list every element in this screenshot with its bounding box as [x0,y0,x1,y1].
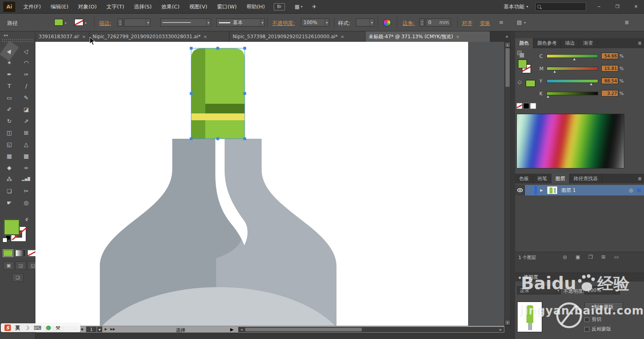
tool-pen[interactable]: ✒ [1,68,18,80]
artboard-caret-icon[interactable]: ▾ [97,327,102,332]
color-spectrum[interactable] [516,114,624,168]
corner-value-field[interactable]: 0 mm [426,18,451,27]
invert-mask-checkbox[interactable] [584,327,589,332]
stepper-down-icon[interactable]: ▾ [120,23,121,25]
document-tab-2[interactable]: Nipic_7262799_20190920103330028031.ai* × [89,31,229,42]
tool-rotate[interactable]: ↻ [1,115,18,127]
make-clipping-mask-icon[interactable]: ▣ [576,254,580,260]
fill-swatch-proxy[interactable] [4,220,19,235]
language-english-icon[interactable]: 英 [15,325,20,330]
vertical-scroll-thumb[interactable] [506,48,510,87]
tool-blend[interactable]: ∞ [18,162,35,173]
tab-layers[interactable]: 图层 [551,174,570,183]
black-slider[interactable]: ▲ [547,92,598,95]
next-artboard-icon[interactable]: ▶ [105,327,107,331]
disclosure-icon[interactable]: ▶ [540,188,543,192]
vertical-scrollbar[interactable]: ▲ ▼ [504,42,511,326]
stepper-down-icon[interactable]: ▾ [421,23,423,25]
layer-selected-row[interactable]: ▶ 图层 1 ◎ [525,185,644,195]
tool-column-graph[interactable]: ▂▅█ [18,173,35,185]
tool-shape-builder[interactable]: ◱ [1,138,18,150]
arrange-documents-icon[interactable]: ▦ ▾ [295,4,302,10]
slider-thumb-icon[interactable]: ▲ [553,70,555,73]
width-profile-dropdown[interactable]: ▾ [160,18,211,27]
opacity-panel-link[interactable]: 不透明度: [272,20,295,27]
slider-thumb-icon[interactable]: ▲ [590,82,592,86]
brush-definition-dropdown[interactable]: 基本 ▾ [217,18,265,27]
tool-rectangle[interactable]: ▭ [1,92,18,103]
menu-window[interactable]: 窗口(W) [217,3,237,10]
clip-checkbox-row[interactable]: 剪切 [584,316,601,323]
align-panel-link[interactable]: 对齐 [462,20,473,27]
layer-name[interactable]: 图层 1 [561,187,576,194]
cap-dark-band[interactable] [205,104,245,113]
control-panel-menu-icon[interactable]: ≣ [625,19,629,25]
scroll-down-icon[interactable]: ▼ [505,320,510,325]
cyan-value-field[interactable]: 54.66 [601,53,618,59]
recolor-artwork-icon[interactable] [383,19,391,27]
stepper-up-icon[interactable]: ▴ [421,20,423,23]
cap-main[interactable] [205,48,245,139]
tab-stroke[interactable]: 描边 [561,38,579,48]
draw-normal-icon[interactable]: ▣ [3,261,14,270]
cyan-slider[interactable]: ▲ [547,54,598,58]
delete-layer-icon[interactable]: ▭ [614,254,619,260]
menu-object[interactable]: 对象(O) [78,3,97,10]
layer-row[interactable]: ▶ 图层 1 ◎ [515,185,644,195]
artboard-number-field[interactable]: 1 [86,327,97,332]
menu-view[interactable]: 视图(V) [189,3,207,10]
transparency-header[interactable]: ◆ 透明度 [515,273,644,281]
none-swatch[interactable] [516,103,522,109]
stroke-panel-link[interactable]: 描边: [99,20,111,27]
tool-zoom[interactable]: ◎ [18,197,35,208]
yellow-value-field[interactable]: 88.54 [601,78,618,84]
panel-menu-icon[interactable]: ≣ [636,38,644,48]
tool-gradient[interactable]: ▩ [18,150,35,162]
tab-close-icon[interactable]: × [82,34,86,39]
yellow-slider[interactable]: ▲ [547,79,598,83]
scroll-right-icon[interactable]: ▶ [498,327,504,332]
opacity-dropdown[interactable]: 100% ▾ [301,18,329,27]
tool-type[interactable]: T [1,80,18,92]
tool-pencil[interactable]: ✐ [1,103,18,115]
menu-select[interactable]: 选择(S) [134,3,151,10]
style-dropdown[interactable]: ▾ [356,18,374,27]
caret-down-icon[interactable]: ▾ [524,21,526,25]
selection-indicator[interactable] [637,189,641,192]
stroke-weight-dropdown[interactable]: ▾ [124,18,151,27]
stroke-weight-stepper[interactable]: ▴ ▾ [118,18,123,27]
anchor-handle[interactable] [190,138,193,140]
tab-brushes[interactable]: 画笔 [533,174,551,183]
tool-artboard[interactable]: ❏ [1,185,18,197]
tab-pathfinder[interactable]: 路径查找器 [570,174,602,183]
anchor-handle[interactable] [244,47,246,50]
document-tab-active[interactable]: 未标题-47* @ 371.13% (CMYK/预览) × [365,31,490,42]
anchor-handle[interactable] [217,47,219,50]
minimize-button[interactable]: ─ [593,2,605,11]
slider-thumb-icon[interactable]: ▲ [547,95,549,98]
panel-menu-icon[interactable]: ≣ [636,174,644,183]
black-swatch[interactable] [523,103,529,109]
tool-width[interactable]: ◫ [1,127,18,138]
scroll-up-icon[interactable]: ▲ [505,42,510,47]
corner-stepper[interactable]: ▴ ▾ [419,18,425,27]
anchor-handle[interactable] [244,92,246,95]
tab-color[interactable]: 颜色 [515,38,533,48]
document-tab-1[interactable]: 33916183037.ai* × [35,31,89,42]
slider-thumb-icon[interactable]: ▲ [573,58,575,61]
clip-checkbox[interactable] [584,317,589,322]
search-box[interactable] [535,2,586,11]
tool-paintbrush[interactable]: ✎ [18,92,35,103]
tab-overflow-icon[interactable]: » [503,31,511,42]
anchor-handle[interactable] [190,92,193,95]
fill-color-button[interactable] [3,250,13,257]
stepper-up-icon[interactable]: ▴ [120,20,121,23]
anchor-handle[interactable] [190,47,193,50]
tool-scale[interactable]: ⇗ [18,115,35,127]
tool-free-transform[interactable]: ⊞ [18,127,35,138]
magenta-value-field[interactable]: 15.81 [601,65,618,72]
toolbox-icon[interactable]: ⚒ [56,325,60,331]
menu-edit[interactable]: 编辑(E) [51,3,68,10]
cap-left-strip[interactable] [191,48,205,139]
make-mask-button[interactable]: 制作蒙版 [584,302,623,311]
